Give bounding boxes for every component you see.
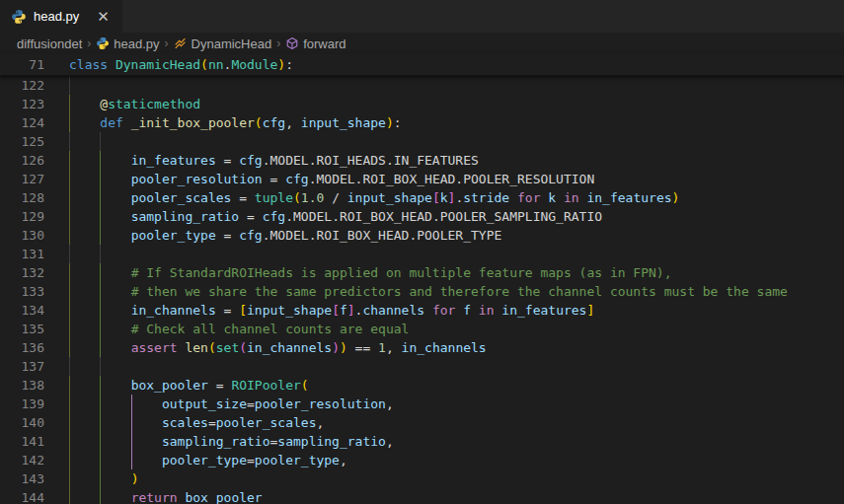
code-text: pooler_resolution = cfg.MODEL.ROI_BOX_HE… [69, 170, 594, 188]
code-line-127[interactable]: 127 pooler_resolution = cfg.MODEL.ROI_BO… [0, 170, 844, 188]
tab-bar: head.py ✕ [0, 0, 844, 33]
line-number: 131 [0, 245, 44, 263]
vscode-window: head.py ✕ diffusiondet › head.py › [0, 0, 844, 504]
line-number: 133 [0, 282, 44, 301]
code-text: ) [69, 469, 138, 488]
indent-guide [69, 76, 70, 95]
breadcrumb: diffusiondet › head.py › DynamicHead › [0, 33, 844, 54]
code-text: sampling_ratio = cfg.MODEL.ROI_BOX_HEAD.… [69, 207, 602, 226]
code-line-132[interactable]: 132 # If StandardROIHeads is applied on … [0, 263, 844, 282]
tab-head-py[interactable]: head.py ✕ [0, 0, 122, 33]
code-line-125[interactable]: 125 [0, 132, 844, 151]
code-editor[interactable]: 122123 @staticmethod124 def _init_box_po… [0, 76, 844, 504]
code-line-141[interactable]: 141 sampling_ratio=sampling_ratio, [0, 432, 844, 451]
line-number: 142 [0, 451, 44, 469]
code-line-130[interactable]: 130 pooler_type = cfg.MODEL.ROI_BOX_HEAD… [0, 226, 844, 245]
symbol-method-icon [285, 36, 299, 50]
line-number: 71 [0, 54, 44, 75]
chevron-right-icon: › [165, 36, 169, 50]
line-number: 122 [0, 76, 44, 95]
code-line-135[interactable]: 135 # Check all channel counts are equal [0, 320, 844, 338]
code-text: sampling_ratio=sampling_ratio, [69, 432, 394, 451]
code-text: # Check all channel counts are equal [69, 320, 409, 338]
code-text: pooler_type = cfg.MODEL.ROI_BOX_HEAD.POO… [69, 226, 501, 245]
code-line-138[interactable]: 138 box_pooler = ROIPooler( [0, 376, 844, 395]
code-text: assert len(set(in_channels)) == 1, in_ch… [69, 338, 487, 357]
code-line-136[interactable]: 136 assert len(set(in_channels)) == 1, i… [0, 338, 844, 357]
code-text: pooler_type=pooler_type, [69, 451, 347, 469]
indent-guide [100, 357, 101, 376]
breadcrumb-item-head-py[interactable]: head.py [96, 36, 159, 51]
python-icon [96, 36, 110, 50]
code-text: scales=pooler_scales, [69, 413, 324, 432]
code-text: pooler_scales = tuple(1.0 / input_shape[… [69, 188, 679, 207]
code-line-137[interactable]: 137 [0, 357, 844, 376]
indent-guide [100, 132, 101, 151]
code-text: # then we share the same predictors and … [69, 282, 788, 301]
line-number: 135 [0, 320, 44, 338]
code-line-129[interactable]: 129 sampling_ratio = cfg.MODEL.ROI_BOX_H… [0, 207, 844, 226]
code-text: output_size=pooler_resolution, [69, 395, 394, 413]
code-text: box_pooler = ROIPooler( [69, 376, 309, 395]
code-line-142[interactable]: 142 pooler_type=pooler_type, [0, 451, 844, 469]
sticky-line-71[interactable]: 71class DynamicHead(nn.Module): [0, 54, 844, 75]
line-number: 134 [0, 301, 44, 320]
indent-guide [100, 245, 101, 263]
code-line-123[interactable]: 123 @staticmethod [0, 95, 844, 113]
code-text: # If StandardROIHeads is applied on mult… [69, 263, 672, 282]
breadcrumb-item-forward[interactable]: forward [285, 36, 345, 51]
code-line-124[interactable]: 124 def _init_box_pooler(cfg, input_shap… [0, 113, 844, 132]
close-icon[interactable]: ✕ [94, 7, 113, 26]
code-text: return box_pooler [69, 488, 263, 504]
code-text: def _init_box_pooler(cfg, input_shape): [69, 113, 402, 132]
symbol-class-icon [174, 36, 188, 50]
line-number: 139 [0, 395, 44, 413]
line-number: 138 [0, 376, 44, 395]
code-line-128[interactable]: 128 pooler_scales = tuple(1.0 / input_sh… [0, 188, 844, 207]
code-line-139[interactable]: 139 output_size=pooler_resolution, [0, 395, 844, 413]
line-number: 124 [0, 113, 44, 132]
breadcrumb-item-dynamichead[interactable]: DynamicHead [174, 36, 272, 51]
sticky-scroll[interactable]: 71class DynamicHead(nn.Module): [0, 54, 844, 76]
code-line-131[interactable]: 131 [0, 245, 844, 263]
indent-guide [69, 357, 70, 376]
indent-guide [69, 245, 70, 263]
code-line-143[interactable]: 143 ) [0, 469, 844, 488]
chevron-right-icon: › [276, 36, 280, 50]
python-icon [11, 9, 27, 25]
code-line-122[interactable]: 122 [0, 76, 844, 95]
line-number: 136 [0, 338, 44, 357]
chevron-right-icon: › [87, 36, 91, 50]
indent-guide [69, 132, 70, 151]
line-number: 132 [0, 263, 44, 282]
line-number: 144 [0, 488, 44, 504]
line-number: 125 [0, 132, 44, 151]
code-text: @staticmethod [69, 95, 200, 113]
line-number: 123 [0, 95, 44, 113]
line-number: 130 [0, 226, 44, 245]
tab-title: head.py [34, 9, 79, 24]
line-number: 140 [0, 413, 44, 432]
line-number: 141 [0, 432, 44, 451]
code-text: in_features = cfg.MODEL.ROI_HEADS.IN_FEA… [69, 151, 479, 170]
code-text: class DynamicHead(nn.Module): [69, 54, 293, 75]
code-line-126[interactable]: 126 in_features = cfg.MODEL.ROI_HEADS.IN… [0, 151, 844, 170]
line-number: 129 [0, 207, 44, 226]
line-number: 128 [0, 188, 44, 207]
breadcrumb-item-diffusiondet[interactable]: diffusiondet [17, 36, 82, 51]
code-line-140[interactable]: 140 scales=pooler_scales, [0, 413, 844, 432]
line-number: 126 [0, 151, 44, 170]
line-number: 127 [0, 170, 44, 188]
line-number: 137 [0, 357, 44, 376]
line-number: 143 [0, 469, 44, 488]
code-line-134[interactable]: 134 in_channels = [input_shape[f].channe… [0, 301, 844, 320]
code-text: in_channels = [input_shape[f].channels f… [69, 301, 594, 320]
code-line-133[interactable]: 133 # then we share the same predictors … [0, 282, 844, 301]
code-line-144[interactable]: 144 return box_pooler [0, 488, 844, 504]
